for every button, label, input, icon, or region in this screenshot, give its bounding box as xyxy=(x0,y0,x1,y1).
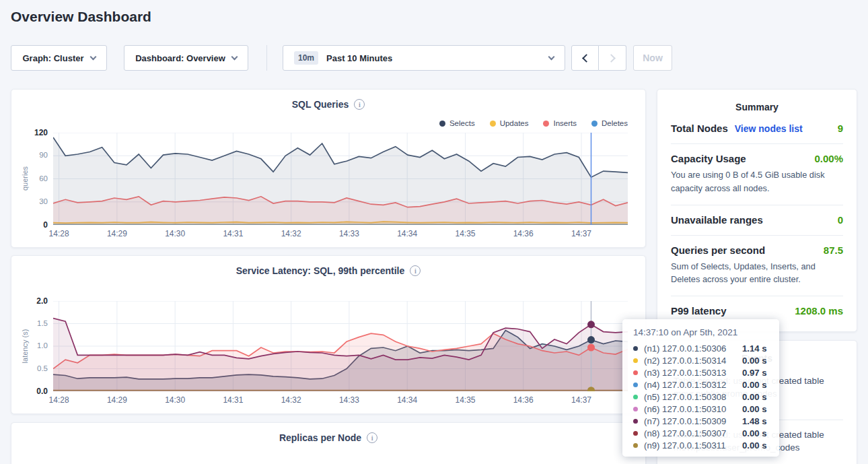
graph-scope-label: Graph: Cluster xyxy=(22,53,83,63)
summary-value: 9 xyxy=(838,123,843,134)
node-color-dot xyxy=(633,383,638,387)
x-tick-label: 14:37 xyxy=(571,229,591,238)
node-address: (n1) 127.0.0.1:50306 xyxy=(644,343,742,354)
legend-color-dot xyxy=(439,121,445,127)
y-tick-label: 1.0 xyxy=(37,341,48,350)
service-latency-panel: Service Latency: SQL, 99th percentile i … xyxy=(11,255,646,414)
time-range-dropdown[interactable]: 10m Past 10 Minutes xyxy=(283,45,565,71)
legend-color-dot xyxy=(543,121,549,127)
y-tick-label: 2.0 xyxy=(36,296,48,306)
tooltip-node-row: (n9) 127.0.0.1:503110.00 s xyxy=(633,439,771,451)
graph-scope-dropdown[interactable]: Graph: Cluster xyxy=(11,45,107,71)
node-color-dot xyxy=(633,443,638,448)
y-tick-label: 0 xyxy=(43,220,48,230)
legend-item-inserts[interactable]: Inserts xyxy=(543,119,577,127)
node-address: (n8) 127.0.0.1:50307 xyxy=(644,428,742,438)
x-tick-label: 14:31 xyxy=(223,229,243,238)
chart-title: Replicas per Node xyxy=(279,432,361,443)
summary-row-total-nodes: Total Nodes View nodes list 9 xyxy=(671,114,843,144)
y-axis-title: latency (s) xyxy=(21,329,29,364)
page-title: Overview Dashboard xyxy=(11,9,151,25)
summary-row-qps: Queries per second 87.5 Sum of Selects, … xyxy=(671,236,843,297)
summary-label: Queries per second xyxy=(671,244,765,256)
chart-title: Service Latency: SQL, 99th percentile xyxy=(236,265,405,276)
chevron-down-icon xyxy=(231,53,238,60)
x-tick-label: 14:29 xyxy=(107,395,127,405)
info-icon[interactable]: i xyxy=(410,265,421,276)
node-latency-value: 1.48 s xyxy=(742,416,767,426)
view-nodes-list-link[interactable]: View nodes list xyxy=(735,123,803,134)
x-tick-label: 14:36 xyxy=(513,229,534,238)
summary-value: 0 xyxy=(838,214,843,226)
time-range-badge: 10m xyxy=(294,51,318,65)
node-latency-value: 0.97 s xyxy=(742,368,767,378)
legend-label: Updates xyxy=(500,119,529,127)
time-next-button-disabled[interactable] xyxy=(599,45,626,71)
summary-row-capacity: Capacity Usage 0.00% You are using 0 B o… xyxy=(671,144,843,205)
node-color-dot xyxy=(633,407,638,411)
x-axis-ticks: 14:2814:2914:3014:3114:3214:3314:3414:35… xyxy=(53,229,628,240)
legend-item-deletes[interactable]: Deletes xyxy=(591,119,628,127)
node-color-dot xyxy=(633,395,638,399)
time-prev-button[interactable] xyxy=(571,45,599,71)
x-axis-ticks: 14:2814:2914:3014:3114:3214:3314:3414:35… xyxy=(53,395,628,406)
tooltip-node-row: (n2) 127.0.0.1:503140.00 s xyxy=(633,354,771,366)
tooltip-node-row: (n3) 127.0.0.1:503130.97 s xyxy=(633,366,771,378)
x-tick-label: 14:28 xyxy=(49,395,69,405)
legend-label: Inserts xyxy=(553,119,577,127)
summary-label: Capacity Usage xyxy=(671,153,746,164)
service-latency-chart[interactable] xyxy=(53,301,628,394)
chevron-down-icon xyxy=(548,53,555,60)
x-tick-label: 14:29 xyxy=(107,229,127,238)
sql-chart-legend: SelectsUpdatesInsertsDeletes xyxy=(439,119,628,127)
y-tick-label: 120 xyxy=(34,128,48,137)
x-tick-label: 14:32 xyxy=(281,229,301,238)
time-nav-group xyxy=(571,45,626,71)
controls-divider xyxy=(266,45,267,71)
x-tick-label: 14:34 xyxy=(397,229,417,238)
node-address: (n6) 127.0.0.1:50310 xyxy=(644,404,742,414)
y-tick-label: 30 xyxy=(39,197,48,205)
latency-tooltip-rows: (n1) 127.0.0.1:503061.14 s(n2) 127.0.0.1… xyxy=(633,342,771,451)
legend-item-updates[interactable]: Updates xyxy=(490,119,529,127)
node-latency-value: 0.00 s xyxy=(742,392,767,402)
summary-row-unavailable-ranges: Unavailable ranges 0 xyxy=(671,205,843,236)
node-address: (n2) 127.0.0.1:50314 xyxy=(644,356,742,366)
y-tick-label: 1.5 xyxy=(37,319,48,327)
node-latency-value: 0.00 s xyxy=(742,440,767,451)
summary-description: Sum of Selects, Updates, Inserts, and De… xyxy=(671,260,843,287)
y-axis-title: queries xyxy=(21,166,29,191)
node-address: (n5) 127.0.0.1:50308 xyxy=(644,392,742,402)
node-color-dot xyxy=(633,431,638,436)
chevron-right-icon xyxy=(607,54,616,63)
x-tick-label: 14:37 xyxy=(571,395,591,405)
info-icon[interactable]: i xyxy=(354,99,365,110)
y-tick-label: 0.5 xyxy=(37,364,48,372)
summary-description: You are using 0 B of 4.5 GiB usable disk… xyxy=(671,168,843,195)
sql-queries-chart[interactable] xyxy=(53,133,628,228)
legend-color-dot xyxy=(591,121,598,127)
latency-tooltip: 14:37:10 on Apr 5th, 2021 (n1) 127.0.0.1… xyxy=(622,319,779,457)
node-color-dot xyxy=(633,358,638,363)
node-color-dot xyxy=(633,419,638,424)
x-tick-label: 14:35 xyxy=(455,395,475,405)
legend-label: Selects xyxy=(449,119,475,127)
legend-label: Deletes xyxy=(602,119,628,127)
x-tick-label: 14:30 xyxy=(165,229,185,238)
summary-value: 87.5 xyxy=(824,244,843,256)
time-range-label: Past 10 Minutes xyxy=(326,53,392,63)
node-latency-value: 0.00 s xyxy=(742,428,767,438)
summary-label: Unavailable ranges xyxy=(671,214,763,226)
x-tick-label: 14:33 xyxy=(339,229,359,238)
summary-label: P99 latency xyxy=(671,305,727,317)
y-tick-label: 0.0 xyxy=(36,387,48,396)
info-icon[interactable]: i xyxy=(367,432,377,443)
x-tick-label: 14:31 xyxy=(223,395,243,405)
summary-panel: Summary Total Nodes View nodes list 9 Ca… xyxy=(657,89,857,332)
dashboard-dropdown[interactable]: Dashboard: Overview xyxy=(124,45,248,71)
now-button-disabled[interactable]: Now xyxy=(633,45,672,71)
y-tick-label: 60 xyxy=(39,174,48,183)
x-tick-label: 14:33 xyxy=(339,395,359,405)
legend-item-selects[interactable]: Selects xyxy=(439,119,475,127)
tooltip-node-row: (n5) 127.0.0.1:503080.00 s xyxy=(633,391,771,403)
